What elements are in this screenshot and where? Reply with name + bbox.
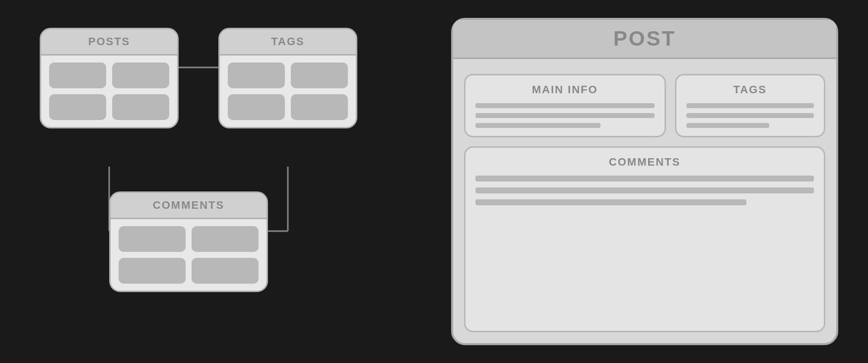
main-info-section: MAIN INFO [464, 74, 666, 137]
post-top-row: MAIN INFO TAGS [464, 74, 825, 137]
posts-table-header: POSTS [41, 29, 177, 56]
table-cell [192, 258, 259, 284]
comments-table-card: COMMENTS [109, 191, 268, 292]
tags-table-title: TAGS [271, 35, 304, 48]
posts-table-body [41, 56, 177, 127]
main-info-title: MAIN INFO [475, 83, 655, 96]
diagram-area: POSTS TAGS COMMENTS [30, 18, 387, 345]
table-cell [192, 226, 259, 252]
table-cell [228, 62, 285, 88]
content-line [686, 123, 769, 128]
post-comments-section: COMMENTS [464, 146, 825, 332]
table-cell [112, 94, 169, 120]
posts-table-card: POSTS [40, 28, 179, 128]
table-cell [112, 62, 169, 88]
post-panel-title: POST [613, 27, 676, 50]
content-line [475, 103, 655, 108]
content-line [475, 123, 601, 128]
post-panel-body: MAIN INFO TAGS COMMENTS [464, 74, 825, 332]
post-panel-header: POST [453, 20, 836, 59]
tags-table-card: TAGS [218, 28, 357, 128]
post-panel: POST MAIN INFO TAGS COMMENTS [451, 18, 838, 345]
post-comments-title: COMMENTS [475, 156, 814, 169]
content-line [686, 103, 814, 108]
content-line [475, 187, 814, 193]
posts-table-title: POSTS [88, 35, 131, 48]
tags-table-body [220, 56, 356, 127]
comments-table-title: COMMENTS [153, 199, 224, 211]
post-tags-title: TAGS [686, 83, 814, 96]
table-cell [291, 62, 348, 88]
post-tags-section: TAGS [675, 74, 826, 137]
comments-table-body [111, 219, 267, 291]
content-line [686, 113, 814, 118]
tags-table-header: TAGS [220, 29, 356, 56]
table-cell [49, 94, 106, 120]
content-line [475, 176, 814, 182]
comments-table-header: COMMENTS [111, 193, 267, 219]
content-line [475, 113, 655, 118]
table-cell [119, 258, 186, 284]
table-cell [119, 226, 186, 252]
table-cell [291, 94, 348, 120]
table-cell [49, 62, 106, 88]
content-line [475, 199, 746, 205]
table-cell [228, 94, 285, 120]
